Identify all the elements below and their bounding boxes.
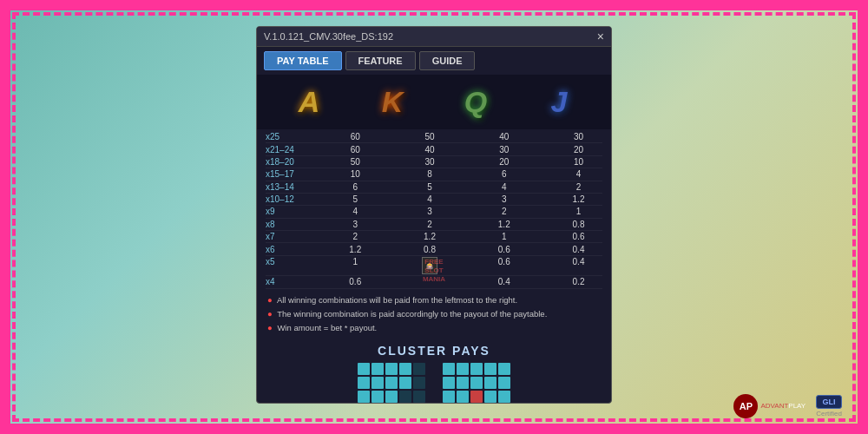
payout-row-x15: x15–17 10 8 6 4 <box>266 168 602 181</box>
payout-row-x10: x10–12 5 4 3 1.2 <box>266 194 602 206</box>
title-bar: V.1.0.121_CMV.30fee_DS:192 × <box>257 27 611 47</box>
payout-row-x9: x9 4 3 2 1 <box>266 206 602 218</box>
cluster-grid-right <box>443 363 510 404</box>
ap-circle: AP <box>733 394 758 418</box>
tab-feature[interactable]: FEATURE <box>345 51 416 70</box>
payout-row-x7: x7 2 1.2 1 0.6 <box>266 231 602 243</box>
tab-guide[interactable]: GUIDE <box>419 51 476 70</box>
payout-row-x21: x21–24 60 40 30 20 <box>266 143 602 155</box>
close-button[interactable]: × <box>597 30 604 43</box>
cluster-grid-left <box>358 363 425 404</box>
tab-paytable[interactable]: PAY TABLE <box>264 51 342 70</box>
logos-area: AP ADVANTPLAY GLI Certified <box>733 394 842 418</box>
symbol-a-letter: A <box>299 85 320 119</box>
paytable-modal: V.1.0.121_CMV.30fee_DS:192 × PAY TABLE F… <box>256 26 612 404</box>
payout-row-x25: x25 60 50 40 30 <box>266 131 602 143</box>
ap-text: ADVANTPLAY <box>760 402 806 411</box>
info-line-1: ● All winning combinations will be paid … <box>267 294 601 306</box>
symbol-k: K <box>358 78 427 126</box>
payout-row-x13: x13–14 6 5 4 2 <box>266 181 602 194</box>
symbol-k-letter: K <box>382 85 404 119</box>
advantplay-logo: AP ADVANTPLAY <box>733 394 806 418</box>
ap-label: AP <box>740 401 753 411</box>
gli-certified: Certified <box>816 410 842 418</box>
payout-row-x8: x8 3 2 1.2 0.8 <box>266 219 602 231</box>
symbol-row: A K Q J <box>257 75 611 129</box>
payout-row-x5: x5 1 🎰 0.6 0.4 <box>266 256 602 276</box>
info-line-3: ● Win amount = bet * payout. <box>267 322 601 334</box>
symbol-j-letter: J <box>551 85 568 119</box>
cluster-section <box>257 363 611 404</box>
payout-row-x18: x18–20 50 30 20 10 <box>266 156 602 168</box>
modal-title: V.1.0.121_CMV.30fee_DS:192 <box>264 31 393 42</box>
gli-badge: GLI <box>816 395 842 409</box>
tab-bar: PAY TABLE FEATURE GUIDE <box>257 47 611 75</box>
payout-row-x4: x4 0.6 0.4 0.2 <box>266 276 602 288</box>
symbol-a: A <box>274 78 344 126</box>
cluster-pays-title: CLUSTER PAYS <box>257 344 611 358</box>
symbol-q: Q <box>441 78 510 126</box>
symbol-j: J <box>524 78 594 126</box>
payout-table: x25 60 50 40 30 x21–24 60 40 30 20 x18–2… <box>257 129 611 291</box>
symbol-q-letter: Q <box>464 85 487 119</box>
payout-row-x6: x6 1.2 0.8 0.6 0.4 <box>266 243 602 255</box>
info-section: ● All winning combinations will be paid … <box>257 291 611 340</box>
info-line-2: ● The winning combination is paid accord… <box>267 308 601 320</box>
gli-logo: GLI Certified <box>816 395 842 418</box>
ap-brand: ADVANTPLAY <box>760 402 806 411</box>
